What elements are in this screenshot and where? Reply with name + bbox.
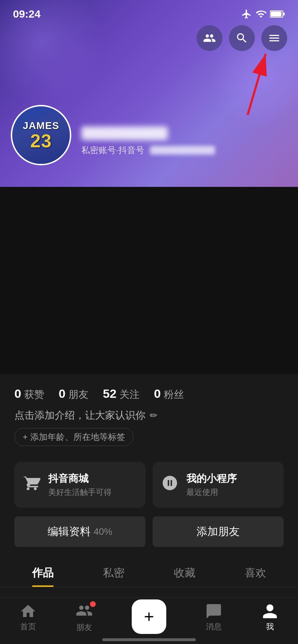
- cart-icon: [23, 474, 40, 495]
- friends-label: 朋友: [68, 388, 89, 401]
- tab-favorites-label: 收藏: [174, 567, 195, 579]
- profile-section: JAMES 23 私密账号·抖音号: [11, 105, 215, 165]
- shop-name-douyin: 抖音商城: [48, 472, 112, 486]
- tab-favorites[interactable]: 收藏: [149, 557, 220, 587]
- home-indicator: [102, 638, 196, 641]
- sub-info-text: 私密账号·抖音号: [81, 144, 144, 156]
- add-content-button[interactable]: [132, 599, 166, 634]
- bio-edit-icon[interactable]: ✏: [150, 410, 158, 421]
- friend-notification-dot: [90, 601, 96, 607]
- tab-works[interactable]: 作品: [7, 557, 78, 587]
- search-icon: [235, 32, 248, 45]
- shop-row: 抖音商城 美好生活触手可得 我的小程序 最近使用: [0, 453, 298, 516]
- status-bar: 09:24: [0, 0, 298, 22]
- edit-profile-label: 编辑资料: [48, 524, 91, 539]
- hamburger-icon: [268, 32, 281, 45]
- status-icons: [241, 9, 285, 19]
- account-id-blurred: [150, 146, 215, 155]
- nav-messages[interactable]: 消息: [205, 603, 222, 632]
- annotation-arrow: [219, 43, 276, 124]
- stat-following[interactable]: 52 关注: [103, 387, 140, 401]
- following-label: 关注: [119, 388, 140, 401]
- header-background: JAMES 23 私密账号·抖音号: [0, 0, 298, 187]
- tab-private[interactable]: 私密: [78, 557, 149, 587]
- followers-count: 0: [154, 387, 161, 401]
- likes-label: 获赞: [24, 388, 44, 401]
- jersey-name: JAMES: [23, 120, 59, 132]
- nav-add[interactable]: [132, 599, 166, 635]
- stat-followers[interactable]: 0 粉丝: [154, 387, 184, 401]
- edit-profile-button[interactable]: 编辑资料 40%: [14, 516, 145, 547]
- bio-text-row[interactable]: 点击添加介绍，让大家认识你 ✏: [14, 409, 284, 422]
- nav-home[interactable]: 首页: [19, 603, 37, 632]
- search-button[interactable]: [229, 25, 255, 51]
- plus-icon: [142, 610, 156, 624]
- tab-likes[interactable]: 喜欢: [220, 557, 291, 587]
- profile-icon: [261, 603, 279, 620]
- edit-profile-pct: 40%: [94, 526, 112, 537]
- menu-button[interactable]: [261, 25, 287, 51]
- friends-icon: [203, 32, 216, 45]
- nav-home-label: 首页: [20, 621, 36, 632]
- tabs-row: 作品 私密 收藏 喜欢: [0, 557, 298, 587]
- username-blurred: [81, 126, 168, 140]
- shop-info-mini: 我的小程序 最近使用: [186, 472, 237, 498]
- add-friend-button[interactable]: 添加朋友: [153, 516, 284, 547]
- avatar-image: JAMES 23: [12, 106, 70, 164]
- profile-info: 私密账号·抖音号: [81, 105, 215, 156]
- nav-me-label: 我: [266, 621, 274, 632]
- bio-section: 点击添加介绍，让大家认识你 ✏ + 添加年龄、所在地等标签: [0, 409, 298, 453]
- avatar[interactable]: JAMES 23: [11, 105, 71, 165]
- mini-program-icon: [161, 474, 179, 495]
- shop-card-douyin[interactable]: 抖音商城 美好生活触手可得: [14, 462, 145, 508]
- likes-count: 0: [14, 387, 21, 401]
- followers-label: 粉丝: [164, 388, 184, 401]
- stat-likes[interactable]: 0 获赞: [14, 387, 44, 401]
- svg-line-4: [248, 54, 266, 115]
- message-icon: [205, 603, 222, 620]
- shop-sub-mini: 最近使用: [186, 487, 237, 498]
- nav-messages-label: 消息: [206, 621, 222, 632]
- friends-button[interactable]: [197, 25, 222, 51]
- following-count: 52: [103, 387, 117, 401]
- bottom-nav: 首页 朋友 消息 我: [0, 597, 298, 644]
- shop-card-mini[interactable]: 我的小程序 最近使用: [153, 462, 284, 508]
- shop-info-douyin: 抖音商城 美好生活触手可得: [48, 472, 112, 498]
- profile-sub-info: 私密账号·抖音号: [81, 144, 215, 156]
- svg-rect-1: [283, 13, 285, 15]
- svg-rect-2: [271, 12, 281, 17]
- action-buttons: 编辑资料 40% 添加朋友: [0, 516, 298, 557]
- wifi-icon: [256, 9, 266, 19]
- battery-icon: [270, 10, 285, 18]
- nav-friends[interactable]: 朋友: [76, 602, 93, 633]
- home-icon: [19, 603, 37, 620]
- bio-placeholder: 点击添加介绍，让大家认识你: [14, 409, 145, 422]
- add-friend-label: 添加朋友: [197, 525, 240, 537]
- add-tag-label: + 添加年龄、所在地等标签: [23, 431, 125, 443]
- stat-friends[interactable]: 0 朋友: [59, 387, 89, 401]
- jersey-number: 23: [30, 132, 52, 150]
- tab-private-label: 私密: [103, 567, 125, 579]
- tab-likes-label: 喜欢: [245, 567, 266, 579]
- shop-sub-douyin: 美好生活触手可得: [48, 487, 112, 498]
- stats-row: 0 获赞 0 朋友 52 关注 0 粉丝: [0, 374, 298, 409]
- tab-works-label: 作品: [32, 567, 54, 579]
- nav-me[interactable]: 我: [261, 603, 279, 632]
- status-time: 09:24: [13, 8, 41, 20]
- shop-name-mini: 我的小程序: [186, 472, 237, 486]
- top-actions: [197, 25, 287, 51]
- friends-count: 0: [59, 387, 66, 401]
- nav-friends-label: 朋友: [76, 622, 92, 633]
- add-tag-button[interactable]: + 添加年龄、所在地等标签: [14, 428, 134, 446]
- airplane-icon: [241, 9, 252, 19]
